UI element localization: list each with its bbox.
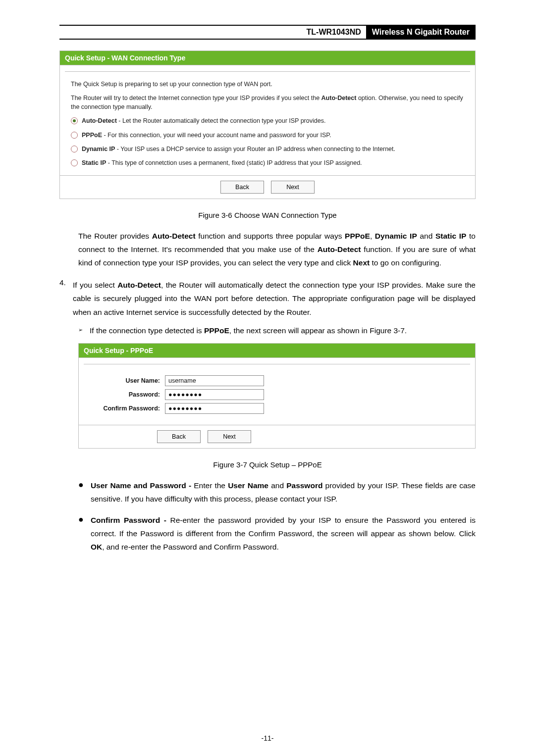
disc-bullet-icon: ● <box>78 515 84 554</box>
figure-3-7-panel: Quick Setup - PPPoE User Name: username … <box>78 343 476 449</box>
back-button[interactable]: Back <box>220 181 264 194</box>
panel-title: Quick Setup - WAN Connection Type <box>60 51 475 65</box>
wan-intro-line1: The Quick Setup is preparing to set up y… <box>71 80 464 89</box>
username-input[interactable]: username <box>165 375 264 386</box>
confirm-password-label: Confirm Password: <box>87 405 165 412</box>
radio-icon[interactable] <box>71 146 78 152</box>
wan-option-static-ip[interactable]: Static IP - This type of connetction use… <box>71 158 464 167</box>
list-item-4: 4. If you select Auto-Detect, the Router… <box>59 278 476 318</box>
password-label: Password: <box>87 391 165 398</box>
password-input[interactable]: ●●●●●●●● <box>165 389 264 400</box>
product-label: Wireless N Gigabit Router <box>366 26 476 39</box>
wan-option-dynamic-ip[interactable]: Dynamic IP - Your ISP uses a DHCP servic… <box>71 145 464 153</box>
disc-bullet-icon: ● <box>78 480 84 505</box>
triangle-bullet-icon: ➢ <box>78 327 83 337</box>
bullet-username-password: ● User Name and Password - Enter the Use… <box>78 479 476 505</box>
radio-icon[interactable] <box>71 117 78 124</box>
figure-3-7-caption: Figure 3-7 Quick Setup – PPPoE <box>59 460 476 469</box>
doc-header: TL-WR1043ND Wireless N Gigabit Router <box>59 26 476 40</box>
bullet-confirm-password: ● Confirm Password - Re-enter the passwo… <box>78 513 476 554</box>
figure-3-6-caption: Figure 3-6 Choose WAN Connection Type <box>59 211 476 219</box>
wan-option-pppoe[interactable]: PPPoE - For this connection, your will n… <box>71 131 464 140</box>
list-number: 4. <box>59 278 66 318</box>
radio-icon[interactable] <box>71 132 78 139</box>
next-button[interactable]: Next <box>208 430 251 443</box>
next-button[interactable]: Next <box>271 181 315 194</box>
page-number: -11- <box>0 734 535 742</box>
back-button[interactable]: Back <box>157 430 201 443</box>
wan-intro-line2: The Router will try to detect the Intern… <box>71 94 464 111</box>
model-label: TL-WR1043ND <box>302 26 366 39</box>
confirm-password-input[interactable]: ●●●●●●●● <box>165 403 264 414</box>
wan-option-auto-detect[interactable]: Auto-Detect - Let the Router automatical… <box>71 116 464 125</box>
panel-title: Quick Setup - PPPoE <box>79 344 475 358</box>
radio-icon[interactable] <box>71 159 78 166</box>
sublist-pppoe: ➢ If the connection type detected is PPP… <box>78 324 476 337</box>
paragraph-auto-detect-info: The Router provides Auto-Detect function… <box>78 229 476 269</box>
figure-3-6-panel: Quick Setup - WAN Connection Type The Qu… <box>59 50 476 199</box>
username-label: User Name: <box>87 377 165 384</box>
